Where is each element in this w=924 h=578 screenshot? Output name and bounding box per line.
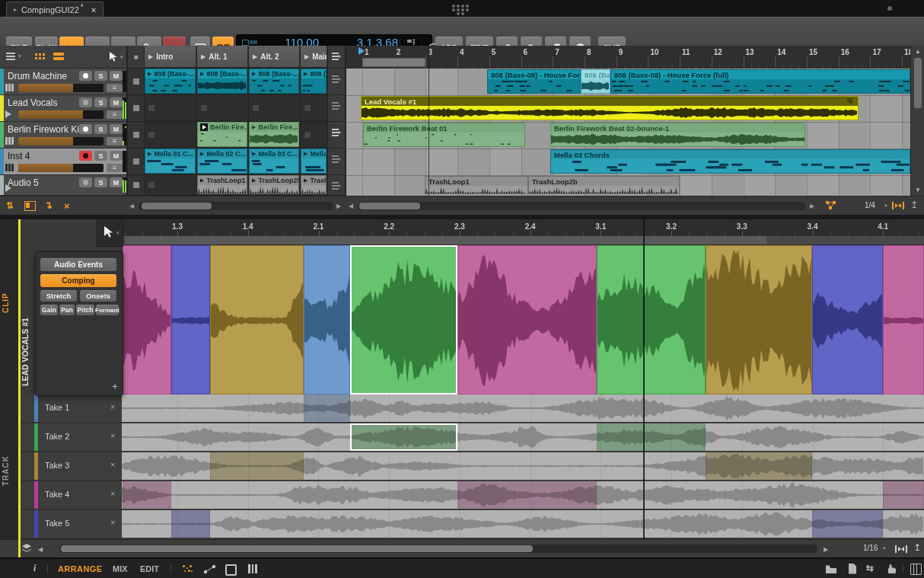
launcher-clip-mella-01-c-[interactable]: ▶Mella 01 C... bbox=[145, 148, 196, 174]
scene-header-alt-2[interactable]: ▶Alt. 2 bbox=[249, 46, 300, 68]
clip-stop-cell[interactable] bbox=[128, 175, 144, 196]
arranger-hscrollbar[interactable] bbox=[358, 202, 805, 210]
arranger-clip-mella-03-chords[interactable]: Mella 03 Chords bbox=[550, 149, 910, 174]
take-used-segment[interactable] bbox=[883, 481, 924, 509]
comp-segment-take-2[interactable] bbox=[597, 245, 706, 394]
launcher-clip-mella[interactable]: ▶Mella bbox=[301, 148, 327, 174]
scroll-up-icon[interactable]: ▲ bbox=[915, 48, 921, 55]
resume-cell[interactable] bbox=[328, 148, 345, 175]
mute-button[interactable]: M bbox=[110, 124, 123, 134]
track-tab[interactable]: TRACK bbox=[2, 449, 17, 492]
vscroll-thumb[interactable] bbox=[914, 58, 922, 108]
arranger-clip-trashloop2b[interactable]: TrashLoop2b bbox=[528, 176, 680, 194]
volume-fader[interactable] bbox=[18, 164, 104, 172]
resume-cell[interactable] bbox=[328, 95, 345, 122]
empty-clip-slot[interactable] bbox=[301, 95, 328, 122]
launcher-clip-808-bass-[interactable]: ▶808 (Bass-... bbox=[249, 69, 299, 94]
scene-play-icon[interactable]: ▶ bbox=[304, 53, 309, 60]
hscroll-thumb[interactable] bbox=[142, 203, 212, 209]
take-row-3[interactable]: Take 3× bbox=[21, 452, 122, 480]
delete-take-button[interactable]: × bbox=[110, 431, 115, 440]
editor-hscrollbar[interactable] bbox=[59, 544, 817, 553]
take-used-segment[interactable] bbox=[457, 481, 597, 509]
resume-header-cell[interactable] bbox=[328, 46, 345, 69]
arranger-clip-808-bass-08-house-force-[interactable]: 808 (Bass-08) - House Force ( bbox=[487, 69, 581, 94]
record-arm-button[interactable] bbox=[79, 151, 92, 161]
pitch-button[interactable]: Pitch bbox=[76, 305, 94, 315]
track-name[interactable]: Lead Vocals bbox=[8, 97, 57, 108]
volume-fader[interactable] bbox=[18, 110, 104, 119]
empty-clip-slot[interactable] bbox=[145, 122, 197, 148]
record-arm-button[interactable] bbox=[79, 71, 92, 81]
editor-scroll-left-icon[interactable]: ◀ bbox=[38, 546, 43, 553]
edit-view-tab[interactable]: EDIT bbox=[140, 564, 159, 573]
take-used-segment[interactable] bbox=[304, 394, 350, 422]
record-arm-button[interactable] bbox=[79, 177, 92, 187]
resume-cell[interactable] bbox=[328, 122, 345, 148]
scroll-down-icon[interactable]: ▼ bbox=[915, 187, 921, 193]
launcher-clip-808-bass-[interactable]: ▶808 (Bass-... bbox=[197, 69, 247, 94]
pin-top-icon[interactable]: ↥ bbox=[913, 542, 921, 553]
note-editor-icon[interactable] bbox=[910, 564, 922, 575]
mute-button[interactable]: M bbox=[110, 71, 123, 81]
audio-events-button[interactable]: Audio Events bbox=[40, 258, 116, 271]
clip-play-icon[interactable]: ▶ bbox=[200, 151, 204, 157]
arranger-clip-808-bass-08-house-force-full-[interactable]: 808 (Bass-08) - House Force (full) bbox=[610, 69, 910, 94]
take-lane-5[interactable] bbox=[122, 510, 924, 538]
pin-top-icon[interactable]: ↥ bbox=[910, 200, 918, 210]
editor-snap-value[interactable]: 1/16 bbox=[863, 544, 878, 552]
empty-clip-slot[interactable] bbox=[249, 95, 301, 122]
solo-button[interactable]: S bbox=[94, 151, 107, 161]
clip-tab[interactable]: CLIP bbox=[2, 285, 17, 321]
launcher-clip-808-bass-[interactable]: ▶808 (Bass-... bbox=[145, 69, 196, 94]
arranger-clip-lead-vocals-1[interactable]: Lead Vocals #1 bbox=[361, 96, 859, 120]
track-row-inst-4[interactable]: Inst 4SM≡ bbox=[0, 148, 126, 175]
delete-take-button[interactable]: × bbox=[110, 460, 115, 469]
launcher-hscrollbar[interactable] bbox=[139, 202, 333, 210]
track-list-menu-icon[interactable] bbox=[6, 53, 17, 60]
launcher-clip-trashloop1[interactable]: ▶TrashLoop1 bbox=[197, 175, 247, 194]
volume-fader[interactable] bbox=[18, 137, 104, 145]
track-name[interactable]: Inst 4 bbox=[8, 151, 30, 161]
scene-header-main[interactable]: ▶Main bbox=[301, 46, 327, 68]
volume-fader[interactable] bbox=[18, 84, 104, 92]
track-row-drum-machine[interactable]: Drum MachineSM≡ bbox=[0, 69, 126, 95]
take-lane-2[interactable] bbox=[122, 423, 924, 451]
take-row-5[interactable]: Take 5× bbox=[21, 510, 122, 538]
track-name[interactable]: Berlin Firework Kit bbox=[8, 124, 81, 135]
track-row-lead-vocals[interactable]: Lead VocalsSM≡ bbox=[0, 95, 126, 122]
clip-play-icon[interactable]: ▶ bbox=[304, 71, 307, 77]
clip-stop-cell[interactable] bbox=[128, 95, 144, 122]
track-name[interactable]: Drum Machine bbox=[8, 71, 67, 81]
launcher-scroll-left-icon[interactable]: ◀ bbox=[129, 203, 134, 209]
arranger-clip-berlin-firework-beat-01[interactable]: Berlin Firework Beat 01 bbox=[363, 123, 525, 147]
empty-clip-slot[interactable] bbox=[197, 95, 249, 122]
grid-view-icon[interactable] bbox=[35, 53, 46, 60]
comping-button[interactable]: Comping bbox=[40, 274, 116, 287]
adaptive-grid-icon[interactable] bbox=[895, 545, 907, 553]
comp-segment-take-3[interactable] bbox=[706, 245, 812, 394]
hscroll-thumb[interactable] bbox=[61, 545, 533, 552]
close-panel-icon[interactable]: × bbox=[64, 200, 70, 212]
resume-cell[interactable] bbox=[328, 69, 345, 95]
scene-play-icon[interactable]: ▶ bbox=[148, 53, 153, 60]
formant-button[interactable]: Formant bbox=[96, 305, 119, 315]
take-row-4[interactable]: Take 4× bbox=[21, 481, 122, 509]
add-lane-button[interactable]: + bbox=[112, 380, 118, 392]
launcher-clip-808-[interactable]: ▶808 ( bbox=[301, 69, 327, 94]
clip-play-icon[interactable]: ▶ bbox=[252, 177, 256, 184]
arranger-scroll-left-icon[interactable]: ◀ bbox=[349, 203, 353, 209]
comp-segment-take-3[interactable] bbox=[210, 245, 304, 394]
comp-segment-take-2[interactable] bbox=[350, 245, 457, 394]
onsets-toggle-icon[interactable] bbox=[183, 565, 193, 573]
take-row-2[interactable]: Take 2× bbox=[21, 423, 122, 451]
stop-all-header-cell[interactable]: ■ bbox=[128, 46, 144, 69]
arranger-clip-berlin-firework-beat-02-bounce-1[interactable]: Berlin Firework Beat 02-bounce-1 bbox=[550, 123, 805, 147]
device-expand-button[interactable]: ≡ bbox=[107, 137, 123, 145]
arranger-scroll-right-icon[interactable]: ▶ bbox=[810, 203, 814, 209]
launcher-clip-mella-02-c-[interactable]: ▶Mella 02 C... bbox=[197, 148, 247, 174]
clip-play-icon[interactable]: ▶ bbox=[252, 71, 256, 77]
launcher-clip-trash[interactable]: ▶Trash bbox=[301, 175, 327, 194]
mute-button[interactable]: M bbox=[110, 177, 123, 187]
clip-stop-cell[interactable] bbox=[128, 69, 144, 95]
